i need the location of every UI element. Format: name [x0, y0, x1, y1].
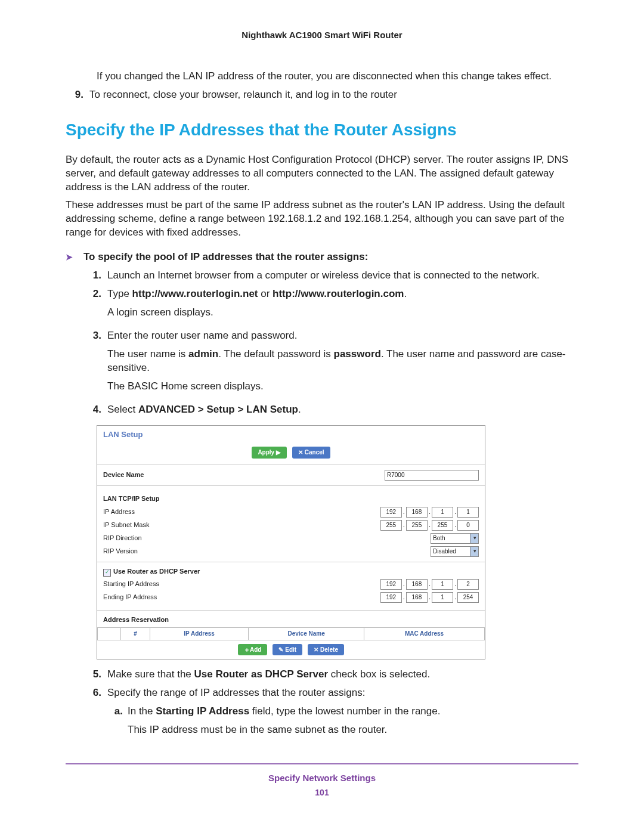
step-6a-letter: a. [107, 705, 123, 742]
lan-setup-screenshot: LAN Setup Apply ▶ ✕ Cancel Device Name R… [97, 425, 485, 660]
sn-oct-4[interactable]: 0 [457, 520, 479, 531]
ip-oct-2[interactable]: 168 [406, 507, 428, 518]
reservation-label: Address Reservation [97, 614, 485, 627]
step-3-line1: Enter the router user name and password. [107, 330, 297, 341]
start-ip-input[interactable]: 192.168.1.2 [380, 579, 479, 590]
step-number-3: 3. [83, 329, 101, 398]
sip-3[interactable]: 1 [432, 579, 453, 590]
s6a-post: field, type the lowest number in the ran… [249, 705, 440, 717]
step-3-line3: The BASIC Home screen displays. [107, 380, 578, 394]
edit-button[interactable]: ✎ Edit [273, 644, 302, 656]
page-header: Nighthawk AC1900 Smart WiFi Router [66, 30, 578, 40]
reservation-table: # IP Address Device Name MAC Address [97, 627, 485, 640]
ip-oct-1[interactable]: 192 [380, 507, 402, 518]
add-button[interactable]: ＋Add [238, 644, 267, 656]
step-2-content: Type http://www.routerlogin.net or http:… [107, 287, 578, 324]
step-number-4: 4. [83, 403, 101, 417]
step-2-result: A login screen displays. [107, 306, 578, 320]
s5-bold: Use Router as DHCP Server [194, 668, 329, 680]
step-2-pre: Type [107, 288, 132, 299]
s5-pre: Make sure that the [107, 668, 194, 680]
s6a-bold: Starting IP Address [156, 705, 249, 717]
eip-3[interactable]: 1 [432, 592, 453, 603]
intro-paragraph: If you changed the LAN IP address of the… [97, 70, 578, 83]
th-dev: Device Name [249, 628, 364, 640]
s3-l2c: . The default password is [218, 348, 333, 360]
step-2-url1: http://www.routerlogin.net [132, 288, 258, 299]
sip-2[interactable]: 168 [406, 579, 428, 590]
s4-post: . [298, 404, 301, 415]
tcpip-section-label: LAN TCP/IP Setup [97, 490, 485, 506]
s6a-p2: This IP address must be in the same subn… [128, 723, 440, 737]
step-number-2: 2. [83, 287, 101, 324]
end-ip-label: Ending IP Address [103, 593, 157, 602]
th-ip: IP Address [150, 628, 249, 640]
end-ip-input[interactable]: 192.168.1.254 [380, 592, 479, 603]
s3-password: password [334, 348, 381, 360]
step-9-text: To reconnect, close your browser, relaun… [89, 88, 578, 102]
sn-oct-1[interactable]: 255 [380, 520, 402, 531]
footer-section: Specify Network Settings [66, 773, 578, 783]
th-num: # [121, 628, 150, 640]
device-name-input[interactable]: R7000 [385, 470, 479, 481]
s6-text: Specify the range of IP addresses that t… [107, 687, 366, 698]
dhcp-checkbox-label: Use Router as DHCP Server [113, 568, 200, 575]
cancel-button[interactable]: ✕ Cancel [292, 447, 330, 459]
ip-oct-3[interactable]: 1 [432, 507, 453, 518]
s3-l2a: The user name is [107, 348, 188, 360]
step-3-content: Enter the router user name and password.… [107, 329, 578, 398]
section-heading: Specify the IP Addresses that the Router… [66, 119, 578, 141]
ip-address-input[interactable]: 192.168.1.1 [380, 507, 479, 518]
procedure-title: To specify the pool of IP addresses that… [83, 250, 368, 264]
step-2-post: . [404, 288, 407, 299]
s5-post: check box is selected. [328, 668, 430, 680]
step-2-url2: http://www.routerlogin.com [273, 288, 404, 299]
s6a-pre: In the [128, 705, 156, 717]
s4-nav: ADVANCED > Setup > LAN Setup [138, 404, 298, 415]
eip-4[interactable]: 254 [457, 592, 479, 603]
dhcp-checkbox-row: ✓Use Router as DHCP Server [103, 567, 200, 577]
subnet-input[interactable]: 255.255.255.0 [380, 520, 479, 531]
section-paragraph-1: By default, the router acts as a Dynamic… [66, 153, 578, 194]
step-number-1: 1. [83, 269, 101, 283]
apply-button[interactable]: Apply ▶ [252, 447, 287, 459]
delete-button[interactable]: ✕ Delete [308, 644, 344, 656]
rip-direction-select[interactable]: Both [431, 533, 479, 544]
eip-2[interactable]: 168 [406, 592, 428, 603]
step-number-9: 9. [66, 88, 83, 102]
step-5-content: Make sure that the Use Router as DHCP Se… [107, 668, 578, 682]
step-3-line2: The user name is admin. The default pass… [107, 348, 578, 375]
sip-4[interactable]: 2 [457, 579, 479, 590]
procedure-arrow-icon: ➤ [66, 250, 83, 264]
rip-direction-label: RIP Direction [103, 534, 142, 543]
ip-address-label: IP Address [103, 507, 135, 516]
s4-pre: Select [107, 404, 138, 415]
step-6a-content: In the Starting IP Address field, type t… [128, 705, 440, 742]
s3-admin: admin [188, 348, 218, 360]
manual-page: Nighthawk AC1900 Smart WiFi Router If yo… [0, 0, 644, 833]
th-mac: MAC Address [364, 628, 485, 640]
eip-1[interactable]: 192 [380, 592, 402, 603]
footer-page-number: 101 [66, 788, 578, 797]
subnet-label: IP Subnet Mask [103, 521, 149, 529]
step-6-content: Specify the range of IP addresses that t… [107, 686, 578, 745]
sip-1[interactable]: 192 [380, 579, 402, 590]
rip-version-select[interactable]: Disabled [431, 546, 479, 557]
lan-setup-title: LAN Setup [97, 426, 485, 444]
sn-oct-3[interactable]: 255 [432, 520, 453, 531]
step-number-6: 6. [83, 686, 101, 745]
ip-oct-4[interactable]: 1 [457, 507, 479, 518]
section-paragraph-2: These addresses must be part of the same… [66, 199, 578, 240]
step-4-content: Select ADVANCED > Setup > LAN Setup. [107, 403, 578, 417]
step-2-mid: or [258, 288, 273, 299]
step-number-5: 5. [83, 668, 101, 682]
start-ip-label: Starting IP Address [103, 580, 159, 589]
footer-rule [66, 763, 578, 764]
step-1-text: Launch an Internet browser from a comput… [107, 269, 578, 283]
device-name-label: Device Name [103, 470, 144, 479]
dhcp-checkbox[interactable]: ✓ [103, 569, 111, 577]
sn-oct-2[interactable]: 255 [406, 520, 428, 531]
rip-version-label: RIP Version [103, 547, 138, 556]
